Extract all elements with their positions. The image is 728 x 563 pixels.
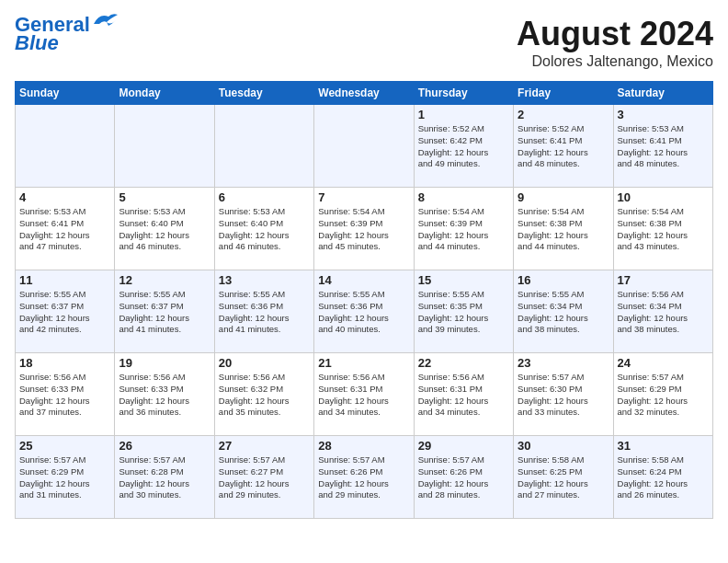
cell-info: Sunrise: 5:55 AM Sunset: 6:35 PM Dayligh… [418, 289, 509, 336]
calendar-cell: 16Sunrise: 5:55 AM Sunset: 6:34 PM Dayli… [514, 270, 613, 353]
day-number: 8 [418, 190, 509, 204]
calendar-cell: 21Sunrise: 5:56 AM Sunset: 6:31 PM Dayli… [314, 353, 414, 436]
calendar-cell: 8Sunrise: 5:54 AM Sunset: 6:39 PM Daylig… [414, 188, 513, 270]
calendar-table: SundayMondayTuesdayWednesdayThursdayFrid… [15, 81, 713, 519]
calendar-cell: 1Sunrise: 5:52 AM Sunset: 6:42 PM Daylig… [414, 105, 513, 188]
calendar-cell: 14Sunrise: 5:55 AM Sunset: 6:36 PM Dayli… [314, 270, 414, 353]
day-number: 1 [418, 108, 509, 121]
cell-info: Sunrise: 5:56 AM Sunset: 6:33 PM Dayligh… [119, 372, 210, 419]
day-number: 5 [119, 190, 210, 204]
cell-info: Sunrise: 5:58 AM Sunset: 6:25 PM Dayligh… [518, 454, 609, 501]
title-block: August 2024 Dolores Jaltenango, Mexico [517, 15, 713, 70]
calendar-cell: 2Sunrise: 5:52 AM Sunset: 6:41 PM Daylig… [514, 105, 613, 188]
calendar-cell: 29Sunrise: 5:57 AM Sunset: 6:26 PM Dayli… [414, 436, 513, 519]
cell-info: Sunrise: 5:57 AM Sunset: 6:29 PM Dayligh… [618, 372, 709, 419]
logo-bird-icon [92, 11, 119, 31]
day-number: 27 [219, 439, 310, 453]
calendar-cell: 10Sunrise: 5:54 AM Sunset: 6:38 PM Dayli… [613, 188, 712, 270]
calendar-cell [115, 105, 214, 188]
day-number: 12 [119, 273, 210, 287]
cell-info: Sunrise: 5:56 AM Sunset: 6:31 PM Dayligh… [418, 372, 509, 419]
cell-info: Sunrise: 5:56 AM Sunset: 6:32 PM Dayligh… [219, 372, 310, 419]
calendar-cell: 3Sunrise: 5:53 AM Sunset: 6:41 PM Daylig… [613, 105, 712, 188]
day-number: 22 [418, 356, 509, 370]
day-number: 9 [518, 190, 609, 204]
calendar-header: SundayMondayTuesdayWednesdayThursdayFrid… [16, 82, 713, 105]
day-number: 26 [119, 439, 210, 453]
day-number: 14 [318, 273, 409, 287]
cell-info: Sunrise: 5:55 AM Sunset: 6:34 PM Dayligh… [518, 289, 609, 336]
cell-info: Sunrise: 5:57 AM Sunset: 6:26 PM Dayligh… [318, 454, 409, 501]
day-number: 6 [219, 190, 310, 204]
cell-info: Sunrise: 5:55 AM Sunset: 6:36 PM Dayligh… [318, 289, 409, 336]
day-number: 15 [418, 273, 509, 287]
calendar-body: 1Sunrise: 5:52 AM Sunset: 6:42 PM Daylig… [16, 105, 713, 519]
title-location: Dolores Jaltenango, Mexico [517, 53, 713, 70]
header-row: SundayMondayTuesdayWednesdayThursdayFrid… [16, 82, 713, 105]
header-cell-sunday: Sunday [16, 82, 115, 105]
day-number: 16 [518, 273, 609, 287]
cell-info: Sunrise: 5:57 AM Sunset: 6:27 PM Dayligh… [219, 454, 310, 501]
cell-info: Sunrise: 5:57 AM Sunset: 6:28 PM Dayligh… [119, 454, 210, 501]
calendar-cell: 6Sunrise: 5:53 AM Sunset: 6:40 PM Daylig… [214, 188, 313, 270]
header-cell-thursday: Thursday [414, 82, 513, 105]
logo-blue-text: Blue [15, 33, 59, 53]
cell-info: Sunrise: 5:52 AM Sunset: 6:41 PM Dayligh… [518, 123, 609, 170]
day-number: 17 [618, 273, 709, 287]
calendar-cell: 17Sunrise: 5:56 AM Sunset: 6:34 PM Dayli… [613, 270, 712, 353]
day-number: 4 [19, 190, 110, 204]
header-cell-wednesday: Wednesday [314, 82, 414, 105]
calendar-cell: 31Sunrise: 5:58 AM Sunset: 6:24 PM Dayli… [613, 436, 712, 519]
day-number: 11 [19, 273, 110, 287]
week-row-4: 18Sunrise: 5:56 AM Sunset: 6:33 PM Dayli… [16, 353, 713, 436]
day-number: 13 [219, 273, 310, 287]
day-number: 10 [618, 190, 709, 204]
day-number: 29 [418, 439, 509, 453]
page-header: General Blue August 2024 Dolores Jaltena… [15, 15, 713, 70]
calendar-cell [16, 105, 115, 188]
day-number: 28 [318, 439, 409, 453]
calendar-cell: 5Sunrise: 5:53 AM Sunset: 6:40 PM Daylig… [115, 188, 214, 270]
title-month: August 2024 [517, 15, 713, 53]
calendar-cell: 26Sunrise: 5:57 AM Sunset: 6:28 PM Dayli… [115, 436, 214, 519]
calendar-cell: 9Sunrise: 5:54 AM Sunset: 6:38 PM Daylig… [514, 188, 613, 270]
header-cell-saturday: Saturday [613, 82, 712, 105]
cell-info: Sunrise: 5:57 AM Sunset: 6:29 PM Dayligh… [19, 454, 110, 501]
cell-info: Sunrise: 5:55 AM Sunset: 6:37 PM Dayligh… [19, 289, 110, 336]
calendar-cell: 7Sunrise: 5:54 AM Sunset: 6:39 PM Daylig… [314, 188, 414, 270]
calendar-cell: 25Sunrise: 5:57 AM Sunset: 6:29 PM Dayli… [16, 436, 115, 519]
day-number: 24 [618, 356, 709, 370]
cell-info: Sunrise: 5:56 AM Sunset: 6:34 PM Dayligh… [618, 289, 709, 336]
week-row-3: 11Sunrise: 5:55 AM Sunset: 6:37 PM Dayli… [16, 270, 713, 353]
calendar-cell: 20Sunrise: 5:56 AM Sunset: 6:32 PM Dayli… [214, 353, 313, 436]
calendar-cell [214, 105, 313, 188]
cell-info: Sunrise: 5:57 AM Sunset: 6:26 PM Dayligh… [418, 454, 509, 501]
cell-info: Sunrise: 5:54 AM Sunset: 6:38 PM Dayligh… [518, 206, 609, 253]
calendar-cell: 28Sunrise: 5:57 AM Sunset: 6:26 PM Dayli… [314, 436, 414, 519]
cell-info: Sunrise: 5:54 AM Sunset: 6:39 PM Dayligh… [318, 206, 409, 253]
day-number: 30 [518, 439, 609, 453]
cell-info: Sunrise: 5:58 AM Sunset: 6:24 PM Dayligh… [618, 454, 709, 501]
cell-info: Sunrise: 5:54 AM Sunset: 6:39 PM Dayligh… [418, 206, 509, 253]
calendar-cell: 23Sunrise: 5:57 AM Sunset: 6:30 PM Dayli… [514, 353, 613, 436]
day-number: 20 [219, 356, 310, 370]
cell-info: Sunrise: 5:57 AM Sunset: 6:30 PM Dayligh… [518, 372, 609, 419]
cell-info: Sunrise: 5:53 AM Sunset: 6:41 PM Dayligh… [19, 206, 110, 253]
cell-info: Sunrise: 5:56 AM Sunset: 6:33 PM Dayligh… [19, 372, 110, 419]
day-number: 31 [618, 439, 709, 453]
cell-info: Sunrise: 5:56 AM Sunset: 6:31 PM Dayligh… [318, 372, 409, 419]
logo: General Blue [15, 15, 119, 53]
calendar-cell: 24Sunrise: 5:57 AM Sunset: 6:29 PM Dayli… [613, 353, 712, 436]
cell-info: Sunrise: 5:52 AM Sunset: 6:42 PM Dayligh… [418, 123, 509, 170]
day-number: 23 [518, 356, 609, 370]
calendar-cell [314, 105, 414, 188]
day-number: 21 [318, 356, 409, 370]
cell-info: Sunrise: 5:53 AM Sunset: 6:41 PM Dayligh… [618, 123, 709, 170]
calendar-cell: 13Sunrise: 5:55 AM Sunset: 6:36 PM Dayli… [214, 270, 313, 353]
week-row-5: 25Sunrise: 5:57 AM Sunset: 6:29 PM Dayli… [16, 436, 713, 519]
week-row-1: 1Sunrise: 5:52 AM Sunset: 6:42 PM Daylig… [16, 105, 713, 188]
header-cell-friday: Friday [514, 82, 613, 105]
calendar-cell: 4Sunrise: 5:53 AM Sunset: 6:41 PM Daylig… [16, 188, 115, 270]
calendar-cell: 15Sunrise: 5:55 AM Sunset: 6:35 PM Dayli… [414, 270, 513, 353]
calendar-cell: 11Sunrise: 5:55 AM Sunset: 6:37 PM Dayli… [16, 270, 115, 353]
